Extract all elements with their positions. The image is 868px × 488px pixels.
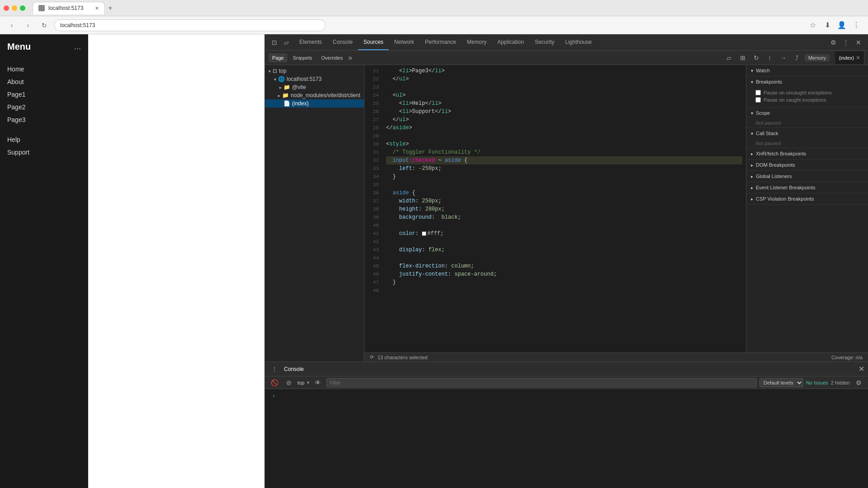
devtools-right-icons: ⚙ ⋮ ✕ [827,37,864,48]
console-context-arrow[interactable]: ▾ [307,380,309,385]
address-bar: ‹ › ↻ localhost:5173 ☆ ⬇ 👤 ⋮ [0,16,868,34]
sources-up-icon[interactable]: ↑ [764,52,776,64]
debugger-section-breakpoints: ▾ Breakpoints Pause on uncaught exceptio… [746,76,868,108]
debugger-breakpoints-header[interactable]: ▾ Breakpoints [746,76,868,87]
console-settings-gear-icon[interactable]: ⚙ [853,377,864,389]
menu-button[interactable]: ⋮ [850,19,863,32]
file-tree-label-index: (index) [292,100,309,107]
nav-link-page1[interactable]: Page1 [7,91,25,98]
debugger-breakpoints-label: Breakpoints [756,79,782,84]
new-tab-button[interactable]: + [105,3,116,14]
nav-link-home[interactable]: Home [7,66,24,73]
debugger-csp-header[interactable]: ▸ CSP Violation Breakpoints [746,193,868,204]
console-filter-input[interactable] [326,378,757,387]
forward-button[interactable]: › [22,19,34,32]
tab-application[interactable]: Application [492,34,529,50]
tab-memory[interactable]: Memory [462,34,492,50]
file-tree-item-localhost[interactable]: ▾ 🌐 localhost:5173 [265,75,364,83]
maximize-button[interactable] [20,5,25,11]
nav-item-about[interactable]: About [7,75,81,88]
debugger-global-listeners-header[interactable]: ▸ Global Listeners [746,171,868,182]
console-settings-icon[interactable]: ⋮ [269,363,280,375]
console-levels-dropdown[interactable]: Default levels [760,378,803,387]
debugger-section-event-listeners: ▸ Event Listener Breakpoints [746,182,868,193]
memory-button[interactable]: Memory [805,54,830,61]
file-tree-item-node-modules[interactable]: ▸ 📁 node_modules/vite/dist/client [265,91,364,99]
file-tree-item-top[interactable]: ▾ ⊡ top [265,67,364,75]
nav-link-page2[interactable]: Page2 [7,103,25,111]
debugger-callstack-header[interactable]: ▾ Call Stack [746,128,868,139]
bookmark-button[interactable]: ☆ [807,19,819,32]
pause-caught-checkbox[interactable] [755,97,761,103]
sources-jump-icon[interactable]: ⤴ [791,52,803,64]
tab-performance[interactable]: Performance [420,34,462,50]
console-close-button[interactable]: ✕ [859,365,864,373]
nav-item-page1[interactable]: Page1 [7,88,81,101]
nav-item-page2[interactable]: Page2 [7,101,81,113]
loading-indicator-icon: ⟳ [370,354,374,360]
tab-network[interactable]: Network [389,34,420,50]
nav-item-support[interactable]: Support [7,146,81,159]
sources-panel-layout-icon[interactable]: ▱ [723,52,735,64]
console-top-context: top [297,380,304,385]
refresh-button[interactable]: ↻ [38,19,51,32]
url-bar[interactable]: localhost:5173 [54,19,326,31]
nav-item-home[interactable]: Home [7,63,81,75]
sources-toolbar-overflow[interactable]: » [348,54,352,62]
close-file-tab-icon[interactable]: ✕ [856,55,860,61]
console-clear-icon[interactable]: 🚫 [269,377,280,389]
settings-icon[interactable]: ⚙ [827,37,839,48]
file-tree-item-index[interactable]: ▸ 📄 (index) [265,99,364,108]
close-devtools-icon[interactable]: ✕ [853,37,864,48]
nav-item-help[interactable]: Help [7,133,81,146]
tab-console[interactable]: Console [327,34,358,50]
open-file-tab-index[interactable]: (index) ✕ [835,52,864,64]
sources-page-tab[interactable]: Page [269,53,288,62]
nav-link-page3[interactable]: Page3 [7,116,25,123]
debugger-xhr-header[interactable]: ▸ XHR/fetch Breakpoints [746,148,868,159]
sidebar-menu: Menu ... Home About Page1 Page2 Page3 He… [0,34,88,488]
sources-arrow-right-icon[interactable]: → [778,52,789,64]
nav-link-support[interactable]: Support [7,149,29,156]
sources-panel-columns-icon[interactable]: ⊞ [737,52,749,64]
pause-uncaught-row: Pause on uncaught exceptions [755,89,859,96]
tab-elements[interactable]: Elements [294,34,327,50]
devtools-inspect-icon[interactable]: ⊡ [269,37,280,48]
nav-item-page3[interactable]: Page3 [7,113,81,126]
close-button[interactable] [4,5,9,11]
debugger-scope-header[interactable]: ▾ Scope [746,108,868,118]
sources-snippets-tab[interactable]: Snippets [289,53,316,62]
traffic-lights[interactable] [4,5,25,11]
devtools-device-icon[interactable]: ▱ [280,37,292,48]
tab-close-button[interactable]: ✕ [95,5,99,11]
back-button[interactable]: ‹ [5,19,18,32]
browser-tab[interactable]: localhost:5173 ✕ [33,2,105,14]
tab-security[interactable]: Security [529,34,560,50]
console-prompt-arrow: › [272,393,275,399]
debugger-section-callstack: ▾ Call Stack Not paused [746,128,868,148]
debugger-dom-header[interactable]: ▸ DOM Breakpoints [746,160,868,170]
scope-not-paused: Not paused [746,118,868,127]
tab-lighthouse[interactable]: Lighthouse [560,34,597,50]
pause-uncaught-checkbox[interactable] [755,90,761,95]
console-prompt[interactable]: › [269,391,864,401]
menu-dots[interactable]: ... [74,42,81,52]
more-options-icon[interactable]: ⋮ [840,37,852,48]
console-tab-label[interactable]: Console [280,366,307,372]
nav-link-help[interactable]: Help [7,136,20,143]
debugger-watch-header[interactable]: ▾ Watch [746,65,868,76]
sources-refresh-icon[interactable]: ↻ [750,52,762,64]
callstack-not-paused: Not paused [746,139,868,148]
code-editor[interactable]: 21 22 23 24 25 26 27 28 29 [364,65,746,352]
file-tree-item-vite[interactable]: ▸ 📁 @vite [265,83,364,91]
page-content: Menu ... Home About Page1 Page2 Page3 He… [0,34,264,488]
sources-overrides-tab[interactable]: Overrides [318,53,347,62]
nav-link-about[interactable]: About [7,78,24,85]
download-button[interactable]: ⬇ [821,19,834,32]
debugger-event-listeners-header[interactable]: ▸ Event Listener Breakpoints [746,182,868,193]
minimize-button[interactable] [12,5,17,11]
profile-button[interactable]: 👤 [835,19,848,32]
tab-sources[interactable]: Sources [358,34,389,50]
console-stop-icon[interactable]: ⊘ [283,377,295,389]
console-eye-icon[interactable]: 👁 [312,377,324,389]
